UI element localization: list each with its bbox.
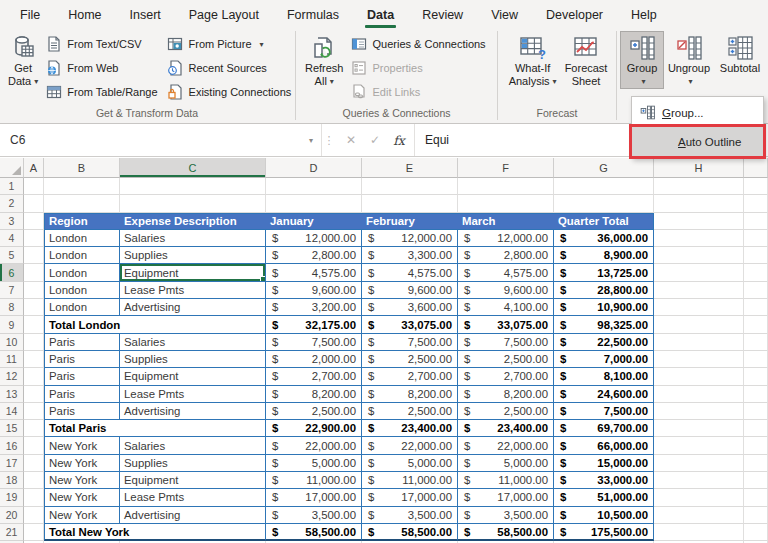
from-text-csv-button[interactable]: From Text/CSV xyxy=(42,32,163,56)
cell-H9[interactable] xyxy=(654,316,744,333)
properties-button[interactable]: Properties xyxy=(348,56,492,80)
cell-F8[interactable]: $4,100.00 xyxy=(458,299,554,316)
cell-C7[interactable]: Lease Pmts xyxy=(120,282,266,299)
cell-G12[interactable]: $8,100.00 xyxy=(554,368,654,385)
cell-F20[interactable]: $3,500.00 xyxy=(458,507,554,524)
forecast-sheet-button[interactable]: Forecast Sheet xyxy=(561,31,612,89)
cell-H8[interactable] xyxy=(654,299,744,316)
cell-C4[interactable]: Salaries xyxy=(120,230,266,247)
cell-C1[interactable] xyxy=(120,178,266,195)
table-header-march[interactable]: March xyxy=(458,213,554,230)
cell-B15[interactable]: Total Paris xyxy=(44,420,266,437)
cell-B20[interactable]: New York xyxy=(44,507,120,524)
cell-H19[interactable] xyxy=(654,489,744,506)
row-header-7[interactable]: 7 xyxy=(0,282,24,299)
cell-E10[interactable]: $7,500.00 xyxy=(362,334,458,351)
row-header-11[interactable]: 11 xyxy=(0,351,24,368)
cell-C11[interactable]: Supplies xyxy=(120,351,266,368)
cell-partial-12[interactable] xyxy=(744,368,768,385)
cell-D11[interactable]: $2,000.00 xyxy=(266,351,362,368)
cell-H7[interactable] xyxy=(654,282,744,299)
cell-D1[interactable] xyxy=(266,178,362,195)
insert-function-icon[interactable]: fx xyxy=(388,133,410,148)
cell-F13[interactable]: $8,200.00 xyxy=(458,386,554,403)
cell-B16[interactable]: New York xyxy=(44,437,120,454)
ribbon-tab-home[interactable]: Home xyxy=(54,2,115,28)
row-header-2[interactable]: 2 xyxy=(0,195,24,212)
cell-B12[interactable]: Paris xyxy=(44,368,120,385)
cell-G8[interactable]: $10,900.00 xyxy=(554,299,654,316)
cell-D13[interactable]: $8,200.00 xyxy=(266,386,362,403)
cell-partial-2[interactable] xyxy=(744,195,768,212)
cell-H3[interactable] xyxy=(654,213,744,230)
cell-C8[interactable]: Advertising xyxy=(120,299,266,316)
cell-A12[interactable] xyxy=(24,368,44,385)
cell-A21[interactable] xyxy=(24,524,44,541)
cell-partial-16[interactable] xyxy=(744,437,768,454)
cell-D16[interactable]: $22,000.00 xyxy=(266,437,362,454)
cell-E9[interactable]: $33,075.00 xyxy=(362,316,458,333)
cell-A13[interactable] xyxy=(24,386,44,403)
cell-A16[interactable] xyxy=(24,437,44,454)
cell-C20[interactable]: Advertising xyxy=(120,507,266,524)
cell-B10[interactable]: Paris xyxy=(44,334,120,351)
cell-G19[interactable]: $51,000.00 xyxy=(554,489,654,506)
cell-partial-8[interactable] xyxy=(744,299,768,316)
cell-D14[interactable]: $2,500.00 xyxy=(266,403,362,420)
cell-D4[interactable]: $12,000.00 xyxy=(266,230,362,247)
cell-E2[interactable] xyxy=(362,195,458,212)
cell-F19[interactable]: $17,000.00 xyxy=(458,489,554,506)
cell-B21[interactable]: Total New York xyxy=(44,524,266,541)
cell-E19[interactable]: $17,000.00 xyxy=(362,489,458,506)
cell-E16[interactable]: $22,000.00 xyxy=(362,437,458,454)
row-header-6[interactable]: 6 xyxy=(0,264,24,281)
cell-F4[interactable]: $12,000.00 xyxy=(458,230,554,247)
cell-F14[interactable]: $2,500.00 xyxy=(458,403,554,420)
cell-E11[interactable]: $2,500.00 xyxy=(362,351,458,368)
row-header-15[interactable]: 15 xyxy=(0,420,24,437)
cell-partial-9[interactable] xyxy=(744,316,768,333)
cell-E17[interactable]: $5,000.00 xyxy=(362,455,458,472)
cell-C17[interactable]: Supplies xyxy=(120,455,266,472)
cell-G1[interactable] xyxy=(554,178,654,195)
cell-E6[interactable]: $4,575.00 xyxy=(362,264,458,281)
cell-A6[interactable] xyxy=(24,264,44,281)
cell-A9[interactable] xyxy=(24,316,44,333)
cell-H5[interactable] xyxy=(654,247,744,264)
cell-H12[interactable] xyxy=(654,368,744,385)
cell-D15[interactable]: $22,900.00 xyxy=(266,420,362,437)
cell-B6[interactable]: London xyxy=(44,264,120,281)
cell-B19[interactable]: New York xyxy=(44,489,120,506)
cell-F10[interactable]: $7,500.00 xyxy=(458,334,554,351)
cell-F9[interactable]: $33,075.00 xyxy=(458,316,554,333)
cell-G15[interactable]: $69,700.00 xyxy=(554,420,654,437)
cell-partial-5[interactable] xyxy=(744,247,768,264)
cell-C5[interactable]: Supplies xyxy=(120,247,266,264)
cell-A8[interactable] xyxy=(24,299,44,316)
cell-C10[interactable]: Salaries xyxy=(120,334,266,351)
cell-D10[interactable]: $7,500.00 xyxy=(266,334,362,351)
cell-D18[interactable]: $11,000.00 xyxy=(266,472,362,489)
cell-A14[interactable] xyxy=(24,403,44,420)
name-box[interactable]: C6 ▾ xyxy=(0,124,322,156)
cell-D5[interactable]: $2,800.00 xyxy=(266,247,362,264)
cell-D7[interactable]: $9,600.00 xyxy=(266,282,362,299)
cell-H2[interactable] xyxy=(654,195,744,212)
cell-G9[interactable]: $98,325.00 xyxy=(554,316,654,333)
ungroup-button[interactable]: Ungroup ▾ xyxy=(664,31,714,89)
row-header-3[interactable]: 3 xyxy=(0,213,24,230)
row-header-12[interactable]: 12 xyxy=(0,368,24,385)
table-header-expense-description[interactable]: Expense Description xyxy=(120,213,266,230)
cell-B2[interactable] xyxy=(44,195,120,212)
cell-G14[interactable]: $7,500.00 xyxy=(554,403,654,420)
cell-G13[interactable]: $24,600.00 xyxy=(554,386,654,403)
column-header-partial[interactable] xyxy=(744,158,768,178)
ribbon-tab-insert[interactable]: Insert xyxy=(116,2,175,28)
queries-connections-button[interactable]: Queries & Connections xyxy=(348,32,492,56)
cell-F11[interactable]: $2,500.00 xyxy=(458,351,554,368)
table-header-february[interactable]: February xyxy=(362,213,458,230)
from-web-button[interactable]: From Web xyxy=(42,56,163,80)
what-if-analysis-button[interactable]: ? What-If Analysis▾ xyxy=(505,31,561,89)
cell-E20[interactable]: $3,500.00 xyxy=(362,507,458,524)
cell-D12[interactable]: $2,700.00 xyxy=(266,368,362,385)
